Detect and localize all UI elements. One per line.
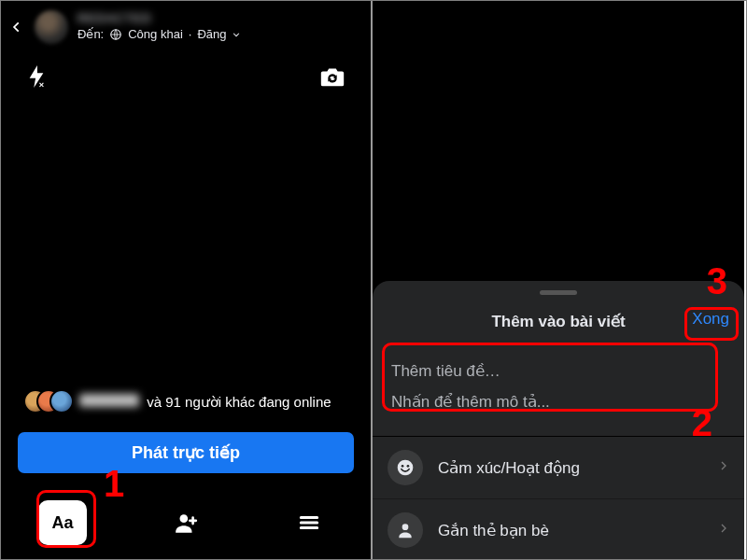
svg-point-3 — [398, 460, 414, 476]
online-friends-row[interactable]: và 91 người khác đang online — [23, 389, 348, 415]
switch-camera-icon[interactable] — [317, 61, 348, 92]
tag-friends-icon — [388, 512, 423, 548]
svg-text:×: × — [39, 80, 44, 89]
add-to-post-sheet: Thêm vào bài viết Xong Thêm tiêu đề… Nhấ… — [373, 281, 744, 559]
svg-point-5 — [407, 465, 410, 468]
option-tag-friends[interactable]: Gắn thẻ bạn bè — [373, 498, 744, 559]
flash-off-icon[interactable]: × — [23, 63, 49, 90]
chevron-right-icon — [718, 457, 729, 479]
to-prefix: Đến: — [78, 27, 104, 43]
option-label: Gắn thẻ bạn bè — [438, 521, 549, 540]
live-compose-screen: REDACTED Đến: Công khai · Đăng × — [1, 1, 373, 559]
svg-point-4 — [402, 465, 404, 468]
back-button[interactable] — [8, 19, 25, 35]
option-label: Cảm xúc/Hoạt động — [438, 458, 580, 478]
chevron-right-icon — [718, 520, 729, 541]
invite-friends-tab[interactable] — [162, 500, 210, 545]
privacy-row[interactable]: Đến: Công khai · Đăng — [78, 27, 241, 43]
smile-icon — [388, 450, 423, 485]
post-label: Đăng — [197, 27, 226, 43]
chevron-down-icon — [232, 30, 241, 39]
add-to-post-screen: Thêm vào bài viết Xong Thêm tiêu đề… Nhấ… — [373, 1, 744, 559]
globe-icon — [109, 28, 122, 41]
friend-avatars — [23, 389, 68, 415]
text-style-tab[interactable]: Aa — [38, 500, 87, 545]
aa-icon: Aa — [51, 513, 73, 533]
profile-name: REDACTED — [78, 11, 241, 27]
privacy-label: Công khai — [128, 27, 183, 43]
dot-separator: · — [189, 27, 192, 43]
done-button[interactable]: Xong — [692, 310, 729, 329]
svg-point-6 — [402, 524, 409, 530]
option-feeling-activity[interactable]: Cảm xúc/Hoạt động — [373, 437, 744, 498]
description-field[interactable]: Nhấn để thêm mô tả... — [388, 386, 729, 417]
post-options: Cảm xúc/Hoạt động Gắn thẻ bạn bè — [373, 436, 744, 559]
bottom-tabbar: Aa — [1, 486, 371, 559]
online-text: và 91 người khác đang online — [79, 394, 331, 411]
hidden-name — [79, 394, 139, 407]
post-fields: Thêm tiêu đề… Nhấn để thêm mô tả... — [373, 346, 744, 436]
sheet-title: Thêm vào bài viết — [491, 313, 625, 330]
sheet-header: Thêm vào bài viết Xong — [373, 304, 744, 346]
camera-controls: × — [1, 48, 371, 92]
more-tab[interactable] — [285, 500, 333, 545]
sheet-grabber[interactable] — [540, 290, 577, 295]
profile-avatar[interactable] — [35, 10, 68, 44]
header-text: REDACTED Đến: Công khai · Đăng — [78, 11, 241, 43]
go-live-button[interactable]: Phát trực tiếp — [18, 432, 354, 473]
title-field[interactable]: Thêm tiêu đề… — [388, 356, 729, 386]
svg-point-2 — [180, 514, 189, 523]
compose-header: REDACTED Đến: Công khai · Đăng — [1, 1, 371, 48]
